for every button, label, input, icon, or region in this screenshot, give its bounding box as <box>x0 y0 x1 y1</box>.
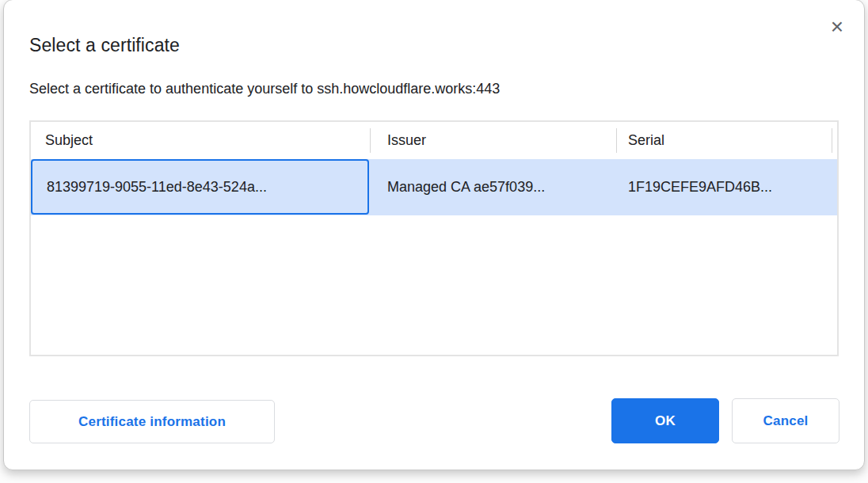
column-header-serial[interactable]: Serial <box>616 132 837 149</box>
dialog-subtitle: Select a certificate to authenticate you… <box>29 81 500 97</box>
column-header-issuer[interactable]: Issuer <box>370 132 616 149</box>
column-header-subject[interactable]: Subject <box>31 132 370 149</box>
certificate-table: Subject Issuer Serial 81399719-9055-11ed… <box>29 120 839 356</box>
cell-subject[interactable]: 81399719-9055-11ed-8e43-524a... <box>31 179 370 196</box>
column-divider <box>832 128 832 153</box>
certificate-row[interactable]: 81399719-9055-11ed-8e43-524a... Managed … <box>31 159 837 215</box>
close-icon: × <box>831 16 843 38</box>
certificate-information-button[interactable]: Certificate information <box>29 400 275 443</box>
cancel-button[interactable]: Cancel <box>732 398 839 443</box>
certificate-select-dialog: × Select a certificate Select a certific… <box>3 0 865 470</box>
table-header: Subject Issuer Serial <box>31 122 837 159</box>
dialog-title: Select a certificate <box>29 35 180 56</box>
ok-button[interactable]: OK <box>611 398 719 443</box>
close-button[interactable]: × <box>825 15 849 39</box>
cell-serial[interactable]: 1F19CEFE9AFD46B... <box>616 179 837 196</box>
column-divider <box>616 128 617 153</box>
column-divider <box>370 128 371 153</box>
cell-issuer[interactable]: Managed CA ae57f039... <box>370 179 616 196</box>
